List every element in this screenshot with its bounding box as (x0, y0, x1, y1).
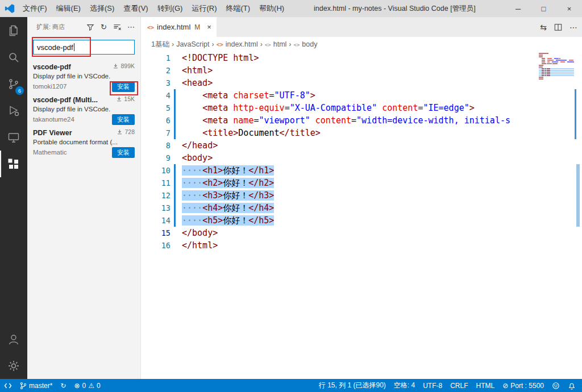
tab-index-html[interactable]: index.html M × (141, 17, 217, 37)
selection-highlight: ····<h3>你好！</h3> (182, 190, 274, 201)
line-number[interactable]: 3 (141, 77, 171, 89)
code-line[interactable]: 7 <title>Document</title> (141, 127, 537, 139)
menu-item[interactable]: 选择(S) (85, 0, 119, 17)
line-number[interactable]: 9 (141, 152, 171, 164)
code-line[interactable]: 16</html> (141, 239, 537, 252)
code-line[interactable]: 12····<h3>你好！</h3> (141, 189, 537, 202)
code-line[interactable]: 5 <meta http-equiv="X-UA-Compatible" con… (141, 102, 537, 114)
line-number[interactable]: 2 (141, 64, 171, 77)
tab-bar: index.html M × ⇆ ⋯ (141, 17, 582, 37)
line-number[interactable]: 16 (141, 239, 171, 252)
minimap-line (539, 60, 574, 61)
code-line[interactable]: 13····<h4>你好！</h4> (141, 202, 537, 214)
menu-item[interactable]: 查看(V) (119, 0, 152, 17)
clear-search-icon[interactable] (113, 22, 122, 32)
line-number[interactable]: 5 (141, 102, 171, 114)
code-line[interactable]: 11····<h2>你好！</h2> (141, 177, 537, 189)
menu-item[interactable]: 帮助(H) (255, 0, 289, 17)
notifications-bell-icon[interactable] (564, 379, 580, 392)
open-changes-icon[interactable]: ⇆ (540, 23, 547, 32)
live-server-status[interactable]: ⊘ Port : 5500 (498, 379, 548, 392)
code-line[interactable]: 4 <meta charset="UTF-8"> (141, 89, 537, 102)
breadcrumb-item[interactable]: body (294, 40, 318, 48)
tab-close-icon[interactable]: × (207, 23, 211, 31)
code-line[interactable]: 14····<h5>你好！</h5> (141, 214, 537, 227)
line-number[interactable]: 15 (141, 227, 171, 239)
gutter (171, 227, 182, 239)
line-number[interactable]: 14 (141, 214, 171, 227)
eol-status[interactable]: CRLF (446, 379, 472, 392)
settings-gear-icon[interactable] (0, 352, 27, 379)
encoding-status[interactable]: UTF-8 (419, 379, 446, 392)
code-line[interactable]: 6 <meta name="viewport" content="width=d… (141, 114, 537, 127)
extensions-sidebar: 扩展: 商店 ↻ ⋯ vscode-pdf vscode-p (27, 17, 141, 379)
breadcrumb-item[interactable]: 1基础 (151, 40, 169, 49)
language-mode-status[interactable]: HTML (472, 379, 499, 392)
explorer-icon[interactable] (0, 17, 27, 44)
maximize-button[interactable]: □ (531, 0, 556, 17)
git-branch-status[interactable]: master* (16, 379, 56, 392)
line-content: <head> (182, 77, 537, 89)
extension-list-item[interactable]: vscode-pdf (Multi...15KDisplay pdf file … (27, 93, 140, 126)
status-bar: master* ↻ ⊗ 0 ⚠ 0 行 15, 列 1 (已选择90) 空格: … (0, 379, 582, 392)
line-number[interactable]: 13 (141, 202, 171, 214)
breadcrumb-item[interactable]: index.html (217, 40, 258, 48)
more-actions-icon[interactable]: ⋯ (569, 23, 577, 32)
menu-item[interactable]: 终端(T) (221, 0, 255, 17)
cursor-position-status[interactable]: 行 15, 列 1 (已选择90) (315, 379, 390, 392)
problems-status[interactable]: ⊗ 0 ⚠ 0 (70, 379, 104, 392)
remote-explorer-icon[interactable] (0, 124, 27, 151)
run-debug-icon[interactable] (0, 97, 27, 124)
menu-item[interactable]: 运行(R) (187, 0, 221, 17)
line-content: <title>Document</title> (182, 127, 537, 139)
minimap[interactable] (539, 53, 574, 80)
code-line[interactable]: 8</head> (141, 139, 537, 152)
git-modified-badge: M (194, 23, 200, 31)
menu-item[interactable]: 编辑(E) (52, 0, 85, 17)
filter-icon[interactable] (85, 22, 95, 32)
code-line[interactable]: 10····<h1>你好！</h1> (141, 164, 537, 177)
minimize-button[interactable]: ─ (505, 0, 531, 17)
feedback-icon[interactable] (548, 379, 564, 392)
extensions-icon[interactable] (0, 151, 27, 177)
minimap-line (539, 53, 574, 54)
breadcrumb-item[interactable]: JavaScript (176, 40, 209, 48)
breadcrumb-item[interactable]: html (265, 40, 286, 48)
menu-item[interactable]: 文件(F) (18, 0, 52, 17)
code-line[interactable]: 9<body> (141, 152, 537, 164)
extension-downloads: 15K (116, 95, 135, 102)
minimap-line (539, 77, 574, 78)
code-area[interactable]: 1<!DOCTYPE html>2<html>3<head>4 <meta ch… (141, 52, 582, 379)
install-button[interactable]: 安装 (112, 147, 135, 158)
menu-item[interactable]: 转到(G) (153, 0, 188, 17)
breadcrumb-label: index.html (226, 40, 258, 48)
line-number[interactable]: 4 (141, 89, 171, 102)
more-actions-icon[interactable]: ⋯ (126, 22, 136, 32)
split-editor-icon[interactable] (554, 23, 562, 31)
search-icon[interactable] (0, 44, 27, 70)
line-number[interactable]: 12 (141, 189, 171, 202)
code-line[interactable]: 3<head> (141, 77, 537, 89)
remote-indicator[interactable] (0, 379, 16, 392)
extensions-search-input[interactable]: vscode-pdf (33, 40, 135, 55)
close-window-button[interactable]: × (556, 0, 582, 17)
breadcrumb-separator: › (211, 40, 214, 48)
install-button[interactable]: 安装 (112, 81, 135, 92)
code-line[interactable]: 2<html> (141, 64, 537, 77)
line-number[interactable]: 7 (141, 127, 171, 139)
extension-list-item[interactable]: vscode-pdf899KDisplay pdf file in VSCode… (27, 60, 140, 93)
code-line[interactable]: 1<!DOCTYPE html> (141, 52, 537, 64)
line-number[interactable]: 10 (141, 164, 171, 177)
source-control-icon[interactable]: 6 (0, 70, 27, 97)
sync-button[interactable]: ↻ (56, 379, 70, 392)
install-button[interactable]: 安装 (112, 114, 135, 125)
line-number[interactable]: 6 (141, 114, 171, 127)
line-number[interactable]: 1 (141, 52, 171, 64)
indentation-status[interactable]: 空格: 4 (390, 379, 419, 392)
code-line[interactable]: 15</body> (141, 227, 537, 239)
refresh-icon[interactable]: ↻ (99, 22, 109, 32)
line-number[interactable]: 11 (141, 177, 171, 189)
extension-list-item[interactable]: PDF Viewer728Portable document format (.… (27, 126, 140, 159)
account-icon[interactable] (0, 326, 27, 352)
line-number[interactable]: 8 (141, 139, 171, 152)
